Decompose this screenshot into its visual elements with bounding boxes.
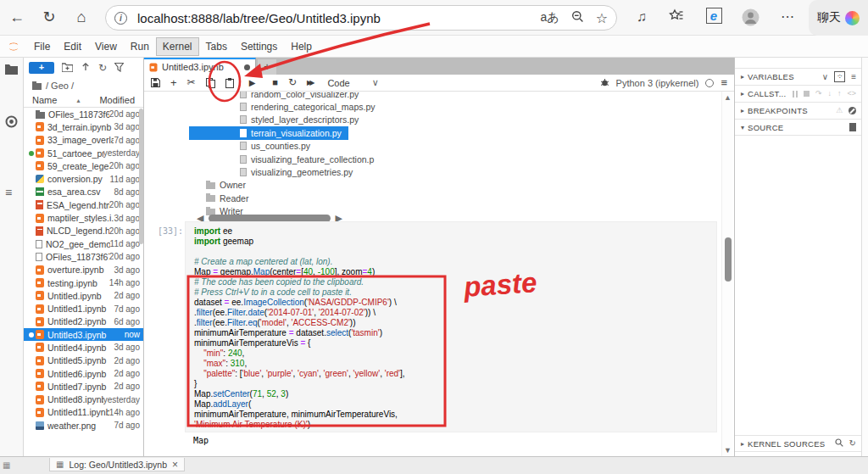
url-text[interactable]: localhost:8888/lab/tree/Geo/Untitled3.ip… (137, 11, 529, 25)
file-row[interactable]: maptiler_styles.i...3d ago (24, 211, 143, 224)
file-row[interactable]: Untitled4.ipynb3d ago (24, 341, 143, 354)
paste-cells-icon[interactable] (225, 78, 234, 88)
collections-icon[interactable] (666, 8, 687, 27)
menu-tabs[interactable]: Tabs (199, 37, 234, 56)
new-folder-icon[interactable] (62, 63, 73, 74)
menu-help[interactable]: Help (284, 37, 319, 56)
run-cell-icon[interactable]: ▶ (249, 78, 256, 87)
file-row[interactable]: weather.png7d ago (24, 419, 143, 432)
scroll-thumb[interactable] (725, 237, 732, 282)
tree-file-item[interactable]: visualizing_feature_collection.p (144, 153, 568, 165)
file-row[interactable]: Untitled1.ipynb7d ago (24, 302, 143, 315)
kernel-sources-section[interactable]: ▸ KERNEL SOURCES ↻ (735, 435, 862, 452)
debugger-section-source[interactable]: ▾SOURCE (735, 119, 862, 136)
zoom-out-icon[interactable] (571, 10, 584, 25)
address-bar[interactable]: i localhost:8888/lab/tree/Geo/Untitled3.… (105, 5, 617, 31)
caret-right-icon[interactable]: ▸ (741, 107, 744, 114)
debugger-section-callst[interactable]: ▸CALLST...↷↓↑<> (735, 85, 862, 102)
file-row[interactable]: Untitled7.ipynb2d ago (24, 380, 143, 393)
file-row[interactable]: Untitled2.ipynb6d ago (24, 315, 143, 328)
file-row[interactable]: OFiles_11873f67...20d ago (24, 108, 143, 120)
file-list-header[interactable]: Name ▴ Modified (24, 93, 143, 108)
tab-untitled3[interactable]: Untitled3.ipynb (144, 58, 256, 75)
file-row[interactable]: 33_image_overla...7d ago (24, 134, 143, 147)
cell-type-dropdown[interactable]: Code ∨ (327, 77, 378, 88)
refresh-file-list-icon[interactable]: ↻ (98, 63, 107, 73)
scroll-down-icon[interactable]: ▼ (723, 446, 732, 454)
tree-folder-item[interactable]: Owner (144, 179, 568, 192)
file-row[interactable]: 3d_terrain.ipynb3d ago (24, 120, 143, 133)
save-icon[interactable] (151, 78, 160, 87)
tree-file-item[interactable]: rendering_categorical_maps.py (144, 100, 568, 113)
remove-breakpoints-icon[interactable] (849, 107, 856, 114)
new-tab-button[interactable]: + (258, 59, 276, 75)
notebook-scrollbar[interactable]: ▲ ▼ (721, 92, 732, 456)
tree-folder-item[interactable]: Reader (144, 192, 568, 204)
menu-run[interactable]: Run (124, 37, 156, 56)
chevron-down-icon[interactable]: ∨ (822, 73, 828, 81)
log-panel-tab[interactable]: ▦ Log: Geo/Untitled3.ipynb × (49, 458, 185, 471)
tree-file-item[interactable]: us_counties.py (144, 140, 568, 153)
file-row[interactable]: testing.ipynb14h ago (24, 276, 143, 289)
copilot-chat-button[interactable]: 聊天 (809, 0, 868, 36)
file-row[interactable]: 59_create_legen...20h ago (24, 159, 143, 172)
file-row[interactable]: Untitled.ipynb2d ago (24, 289, 143, 302)
file-row[interactable]: conversion.py11d ago (24, 172, 143, 185)
favorite-star-icon[interactable]: ☆ (596, 10, 608, 26)
caret-down-icon[interactable]: ▾ (741, 124, 744, 131)
running-sessions-icon[interactable] (5, 115, 18, 130)
search-icon[interactable] (835, 438, 843, 449)
caret-right-icon[interactable]: ▸ (741, 73, 744, 81)
kernel-name[interactable]: Python 3 (ipykernel) (616, 78, 699, 88)
restart-kernel-icon[interactable]: ↻ (288, 78, 297, 87)
file-row[interactable]: NO2_gee_demo.js11d ago (24, 237, 143, 250)
code-editor[interactable]: import eeimport geemap # Create a map ce… (186, 222, 716, 430)
file-row[interactable]: esa_area.csv8d ago (24, 186, 143, 198)
column-name[interactable]: Name (32, 95, 57, 105)
caret-right-icon[interactable]: ▸ (741, 90, 744, 98)
refresh-icon[interactable]: ↻ (39, 8, 59, 26)
debugger-section-variables[interactable]: ▸VARIABLES∨⁘≡ (735, 68, 862, 85)
notebook-menu-icon[interactable]: ≡ (721, 76, 727, 89)
column-modified[interactable]: Modified (99, 95, 135, 105)
menu-file[interactable]: File (27, 37, 57, 56)
filter-icon[interactable] (114, 63, 124, 74)
menu-settings[interactable]: Settings (234, 37, 284, 56)
code-cell[interactable]: import eeimport geemap # Create a map ce… (185, 221, 717, 432)
next-cell-code[interactable]: Map (193, 436, 209, 445)
open-source-icon[interactable] (849, 123, 856, 131)
tree-file-item[interactable]: styled_layer_descriptors.py (144, 114, 568, 126)
tree-file-item[interactable]: terrain_visualization.py (189, 126, 348, 139)
new-launcher-button[interactable]: + (29, 62, 54, 74)
restart-run-all-icon[interactable]: ▶▶ (307, 78, 312, 87)
more-menu-icon[interactable]: ⋯ (777, 8, 798, 26)
menu-kernel[interactable]: Kernel (156, 37, 199, 56)
upload-icon[interactable] (81, 62, 91, 74)
tree-view-icon[interactable]: ⁘ (834, 71, 845, 82)
file-row[interactable]: Untitled11.ipynb14h ago (24, 406, 143, 419)
menu-edit[interactable]: Edit (57, 37, 88, 56)
panel-grid-icon[interactable]: ▦ (3, 460, 10, 470)
breadcrumb[interactable]: / Geo / (24, 78, 143, 93)
copy-cells-icon[interactable] (206, 78, 215, 88)
media-icon[interactable]: ♫ (632, 8, 652, 26)
file-row[interactable]: 51_cartoee_proje...yesterday (24, 147, 143, 159)
file-row[interactable]: Untitled3.ipynbnow (24, 328, 143, 341)
close-icon[interactable]: × (172, 459, 178, 471)
file-row[interactable]: ESA_legend.html20h ago (24, 198, 143, 211)
debugger-bug-icon[interactable] (600, 78, 609, 87)
translate-icon[interactable]: aあ (541, 10, 559, 25)
ie-mode-icon[interactable]: e (704, 6, 724, 25)
file-row[interactable]: Untitled8.ipynbyesterday (24, 393, 143, 406)
file-browser-icon[interactable] (5, 64, 18, 76)
refresh-sources-icon[interactable]: ↻ (849, 439, 856, 448)
table-of-contents-icon[interactable]: ≡ (5, 187, 12, 198)
list-view-icon[interactable]: ≡ (851, 73, 856, 81)
insert-cell-icon[interactable]: + (170, 78, 177, 87)
site-info-icon[interactable]: i (114, 12, 127, 25)
debugger-section-breakpoints[interactable]: ▸BREAKPOINTS⚠ (735, 102, 862, 119)
file-row[interactable]: NLCD_legend.html20h ago (24, 225, 143, 237)
menu-view[interactable]: View (88, 37, 124, 56)
file-row[interactable]: OFiles_11873f67...20d ago (24, 250, 143, 263)
back-icon[interactable]: ← (7, 8, 27, 26)
